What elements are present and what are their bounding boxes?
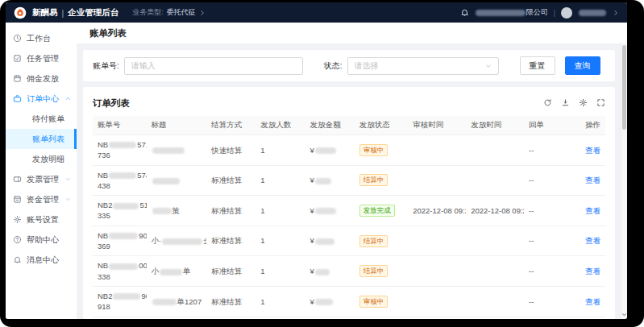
- status-badge: 结算中: [359, 174, 388, 186]
- table-cell: ¥: [305, 165, 355, 196]
- table-cell: 查看: [569, 286, 605, 317]
- redacted-text-block: [315, 269, 330, 275]
- reset-button[interactable]: 重置: [520, 56, 555, 75]
- sidebar-item-commission[interactable]: 佣金发放: [6, 68, 77, 89]
- wallet-icon: [13, 195, 22, 204]
- table-cell: NB57133736: [93, 135, 147, 166]
- people-count: 1: [260, 236, 264, 245]
- sidebar-item-label: 工作台: [27, 33, 51, 44]
- redacted-text-block: [315, 238, 334, 245]
- chevron-down-icon: [65, 197, 71, 202]
- bill-title: [152, 146, 185, 155]
- table-cell: 标准结算: [206, 165, 256, 196]
- redacted-text-block: [152, 299, 177, 305]
- brand-divider: |: [62, 8, 64, 18]
- table-cell: 审核中: [355, 135, 409, 166]
- table-cell: 小·全: [147, 226, 207, 256]
- amount: ¥: [310, 176, 332, 184]
- table-cell: [408, 317, 466, 319]
- view-link[interactable]: 查看: [585, 297, 600, 306]
- table-cell: 演示: [147, 317, 207, 319]
- sidebar-subitem-bill-list[interactable]: 账单列表: [6, 129, 77, 149]
- refresh-toolbar-button[interactable]: [543, 96, 552, 110]
- table-cell: --: [524, 196, 569, 226]
- redacted-text-block: [113, 293, 140, 300]
- fullscreen-toolbar-button[interactable]: [596, 96, 605, 110]
- view-link[interactable]: 查看: [585, 206, 600, 215]
- redacted-text-block: [109, 233, 138, 239]
- sidebar-item-orders[interactable]: 订单中心: [6, 89, 77, 109]
- gear-toolbar-button[interactable]: [579, 96, 588, 110]
- sidebar-item-label: 订单中心: [27, 93, 59, 105]
- table-cell: 发放完成: [355, 196, 409, 226]
- amount: ¥: [310, 236, 335, 245]
- view-link[interactable]: 查看: [585, 146, 600, 155]
- fullscreen-icon: [596, 98, 605, 107]
- table-row: NB57478438标准结算1¥结算中--查看: [93, 165, 605, 196]
- sidebar-subitem-label: 待付账单: [32, 114, 64, 125]
- scrollbar-thumb[interactable]: [622, 45, 626, 130]
- bill-no-input[interactable]: [124, 57, 303, 75]
- settle-method: 标准结算: [211, 267, 242, 275]
- table-cell: NB9036369: [93, 226, 147, 256]
- view-link[interactable]: 查看: [585, 176, 600, 184]
- chevron-up-icon: [65, 96, 71, 101]
- column-header: 审核时间: [408, 116, 466, 135]
- table-row: NB2903918单1207标准结算1¥审核中--查看: [93, 286, 605, 317]
- table-cell: [466, 165, 524, 196]
- header-divider: |: [554, 9, 555, 17]
- status-badge: 审核中: [359, 296, 388, 308]
- sidebar-item-account-settings[interactable]: 账号设置: [6, 209, 77, 230]
- bill-title: 小单: [152, 267, 191, 275]
- table-cell: [408, 226, 466, 256]
- app-body: 工作台任务管理佣金发放订单中心待付账单账单列表发放明细发票管理资金管理账号设置帮…: [6, 23, 627, 319]
- scrollbar-down-arrow[interactable]: [621, 312, 627, 317]
- table-row: NB9036369小·全标准结算1¥结算中--查看: [93, 226, 605, 256]
- table-cell: 查看: [569, 135, 605, 166]
- sidebar-subitem-pending-bills[interactable]: 待付账单: [6, 109, 77, 129]
- view-link[interactable]: 查看: [585, 267, 600, 275]
- invoice-icon: [13, 175, 22, 184]
- status-badge: 结算中: [359, 235, 388, 247]
- table-cell: --: [524, 135, 569, 166]
- download-icon: [561, 98, 570, 107]
- sidebar-item-help-center[interactable]: 帮助中心: [6, 230, 77, 250]
- sidebar-item-tasks[interactable]: 任务管理: [6, 48, 77, 68]
- chevron-down-icon: [65, 176, 71, 182]
- receipt-placeholder: --: [529, 297, 534, 306]
- notification-bell-icon[interactable]: [460, 8, 469, 17]
- screenshot-frame: 新酬易 | 企业管理后台 业务类型: 委托代征 限公司 | 工作台任务管理佣金发…: [0, 0, 644, 327]
- sidebar-item-message-center[interactable]: 消息中心: [6, 250, 77, 270]
- download-toolbar-button[interactable]: [561, 96, 570, 110]
- table-cell: [466, 317, 524, 319]
- table-cell: [408, 135, 466, 166]
- sidebar-item-workbench[interactable]: 工作台: [6, 28, 77, 48]
- search-button[interactable]: 查询: [565, 56, 600, 75]
- chevron-right-icon[interactable]: [613, 10, 619, 16]
- brand-logo-icon: [14, 6, 27, 19]
- user-avatar[interactable]: [561, 7, 572, 19]
- business-type-switcher[interactable]: 业务类型: 委托代征: [132, 7, 206, 18]
- top-header-bar: 新酬易 | 企业管理后台 业务类型: 委托代征 限公司 |: [6, 2, 627, 23]
- bill-no: NB57478438: [98, 170, 142, 192]
- vertical-scrollbar[interactable]: [621, 43, 627, 319]
- settle-method: 快速结算: [211, 146, 242, 155]
- grant-time: 2022-12-08 09:28:05: [471, 206, 524, 215]
- bills-table: 账单号标题结算方式发放人数发放金额发放状态审核时间发放时间回单操作 NB5713…: [93, 116, 605, 319]
- column-header: 标题: [147, 116, 207, 135]
- settle-method: 标准结算: [211, 236, 242, 245]
- table-cell: 标准结算: [206, 196, 256, 226]
- status-select[interactable]: 请选择: [347, 57, 499, 75]
- view-link[interactable]: 查看: [585, 236, 600, 245]
- table-cell: 策: [147, 196, 207, 226]
- page-title-bar: 账单列表: [77, 23, 627, 44]
- username-redacted: [579, 10, 606, 16]
- sidebar-item-invoices[interactable]: 发票管理: [6, 169, 77, 189]
- column-header: 发放时间: [466, 116, 524, 135]
- sidebar-subitem-grant-details[interactable]: 发放明细: [6, 149, 77, 169]
- bill-no-label: 账单号:: [93, 60, 119, 72]
- table-row: NB9498277演示标准结算3¥结算中查看: [93, 317, 605, 319]
- sidebar-item-funds[interactable]: 资金管理: [6, 189, 77, 209]
- table-cell: NB57478438: [93, 165, 147, 196]
- redacted-text-block: [152, 147, 185, 154]
